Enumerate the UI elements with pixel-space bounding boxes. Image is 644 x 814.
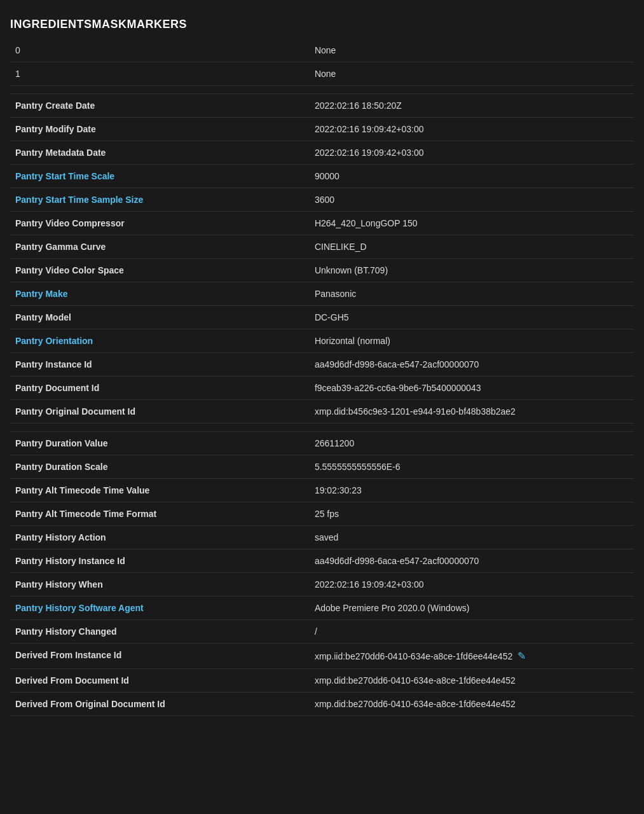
row-value: 5.5555555555556E-6 [310,455,634,479]
row-label: Derived From Document Id [10,669,310,693]
table-row: Pantry Duration Scale5.5555555555556E-6 [10,455,634,479]
row-label: Pantry Start Time Sample Size [10,188,310,212]
row-label: Pantry History Software Agent [10,597,310,620]
table-row: Pantry History When2022:02:16 19:09:42+0… [10,573,634,597]
row-label: Pantry Make [10,282,310,306]
row-value: 90000 [310,165,634,188]
table-row: Derived From Original Document Idxmp.did… [10,693,634,716]
table-row: Pantry MakePanasonic [10,282,634,306]
data-table: 0None1NonePantry Create Date2022:02:16 1… [10,39,634,716]
table-row: Pantry Duration Value26611200 [10,432,634,455]
table-row: Pantry Metadata Date2022:02:16 19:09:42+… [10,141,634,165]
table-row: Pantry Instance Idaa49d6df-d998-6aca-e54… [10,353,634,376]
row-value: 19:02:30:23 [310,479,634,502]
row-label: Pantry Modify Date [10,118,310,141]
row-value: Panasonic [310,282,634,306]
row-value: xmp.iid:be270dd6-0410-634e-a8ce-1fd6ee44… [310,644,634,669]
table-row: Pantry Video Color SpaceUnknown (BT.709) [10,259,634,282]
row-label: 0 [10,39,310,62]
row-value: f9ceab39-a226-cc6a-9be6-7b5400000043 [310,376,634,400]
row-value: / [310,620,634,644]
row-value: H264_420_LongGOP 150 [310,212,634,235]
table-row: Pantry Alt Timecode Time Format25 fps [10,502,634,526]
section-title: INGREDIENTSMASKMARKERS [10,10,634,39]
table-row: Pantry History Actionsaved [10,526,634,549]
table-row: Pantry Modify Date2022:02:16 19:09:42+03… [10,118,634,141]
row-value: 26611200 [310,432,634,455]
table-row [10,86,634,94]
row-label: Pantry Gamma Curve [10,235,310,259]
row-value: None [310,62,634,86]
table-row: Pantry ModelDC-GH5 [10,306,634,329]
row-label: Pantry History Changed [10,620,310,644]
row-label: Pantry Metadata Date [10,141,310,165]
table-row: Pantry Start Time Scale90000 [10,165,634,188]
row-label: Pantry Orientation [10,329,310,353]
row-label: Pantry History Action [10,526,310,549]
row-label: Pantry Alt Timecode Time Value [10,479,310,502]
row-value: aa49d6df-d998-6aca-e547-2acf00000070 [310,353,634,376]
row-label: Pantry Duration Scale [10,455,310,479]
row-label: Pantry Video Compressor [10,212,310,235]
row-value: xmp.did:b456c9e3-1201-e944-91e0-bf48b38b… [310,400,634,424]
row-label: Pantry Start Time Scale [10,165,310,188]
row-label: 1 [10,62,310,86]
row-label: Derived From Original Document Id [10,693,310,716]
row-value: xmp.did:be270dd6-0410-634e-a8ce-1fd6ee44… [310,693,634,716]
row-label: Pantry Instance Id [10,353,310,376]
row-value: 25 fps [310,502,634,526]
table-row: Derived From Instance Idxmp.iid:be270dd6… [10,644,634,669]
row-value: aa49d6df-d998-6aca-e547-2acf00000070 [310,549,634,573]
table-row: Pantry History Instance Idaa49d6df-d998-… [10,549,634,573]
row-value: Adobe Premiere Pro 2020.0 (Windows) [310,597,634,620]
row-value: None [310,39,634,62]
row-label: Pantry Model [10,306,310,329]
row-value: xmp.did:be270dd6-0410-634e-a8ce-1fd6ee44… [310,669,634,693]
row-label: Pantry Video Color Space [10,259,310,282]
table-row: Derived From Document Idxmp.did:be270dd6… [10,669,634,693]
row-label: Pantry Create Date [10,94,310,118]
row-value: 3600 [310,188,634,212]
table-row: Pantry OrientationHorizontal (normal) [10,329,634,353]
table-row: Pantry Document Idf9ceab39-a226-cc6a-9be… [10,376,634,400]
table-row: 0None [10,39,634,62]
row-label: Derived From Instance Id [10,644,310,669]
row-value: Horizontal (normal) [310,329,634,353]
table-row: Pantry History Software AgentAdobe Premi… [10,597,634,620]
row-value: 2022:02:16 19:09:42+03:00 [310,141,634,165]
table-row: Pantry Original Document Idxmp.did:b456c… [10,400,634,424]
main-container: INGREDIENTSMASKMARKERS 0None1NonePantry … [0,0,644,726]
row-value: DC-GH5 [310,306,634,329]
table-row [10,424,634,432]
row-label: Pantry Original Document Id [10,400,310,424]
table-row: Pantry History Changed/ [10,620,634,644]
row-value: CINELIKE_D [310,235,634,259]
row-value: 2022:02:16 18:50:20Z [310,94,634,118]
row-label: Pantry History Instance Id [10,549,310,573]
table-row: Pantry Create Date2022:02:16 18:50:20Z [10,94,634,118]
table-row: Pantry Alt Timecode Time Value19:02:30:2… [10,479,634,502]
table-row: 1None [10,62,634,86]
edit-icon[interactable]: ✎ [517,650,526,662]
row-value: Unknown (BT.709) [310,259,634,282]
row-value: 2022:02:16 19:09:42+03:00 [310,573,634,597]
table-row: Pantry Gamma CurveCINELIKE_D [10,235,634,259]
row-label: Pantry Duration Value [10,432,310,455]
table-row: Pantry Start Time Sample Size3600 [10,188,634,212]
row-label: Pantry Alt Timecode Time Format [10,502,310,526]
table-row: Pantry Video CompressorH264_420_LongGOP … [10,212,634,235]
row-label: Pantry Document Id [10,376,310,400]
row-value: saved [310,526,634,549]
row-value: 2022:02:16 19:09:42+03:00 [310,118,634,141]
row-label: Pantry History When [10,573,310,597]
